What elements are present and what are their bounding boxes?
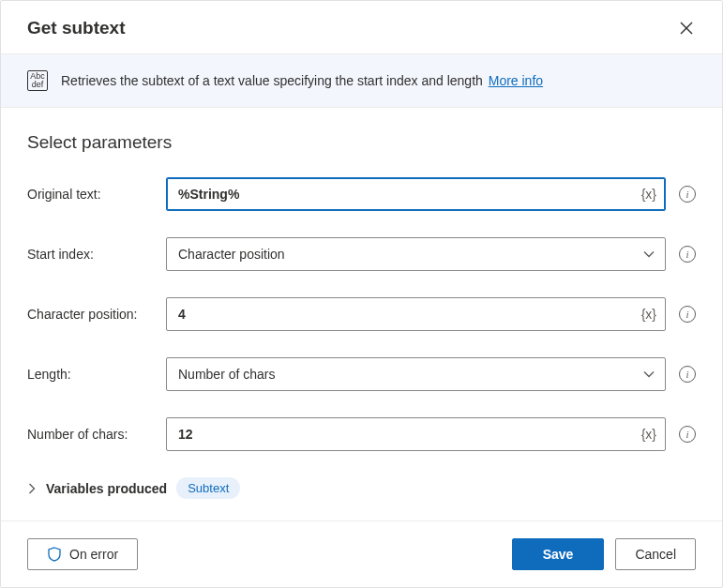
char-pos-input[interactable] <box>166 297 666 331</box>
info-banner: Abc def Retrieves the subtext of a text … <box>1 53 722 108</box>
variable-token-button[interactable]: {x} <box>641 307 656 322</box>
field-length: Number of chars <box>166 357 666 391</box>
variables-produced-label: Variables produced <box>46 481 167 496</box>
banner-text: Retrieves the subtext of a text value sp… <box>61 73 483 88</box>
variables-produced-row: Variables produced Subtext <box>27 477 696 499</box>
footer-actions: Save Cancel <box>512 538 696 570</box>
label-start-index: Start index: <box>27 247 158 262</box>
dialog-footer: On error Save Cancel <box>1 520 722 587</box>
variable-token-button[interactable]: {x} <box>641 187 656 202</box>
dialog-header: Get subtext <box>1 1 722 53</box>
save-button[interactable]: Save <box>512 538 605 570</box>
field-num-chars: {x} <box>166 417 666 451</box>
info-icon[interactable]: i <box>679 306 696 323</box>
section-title: Select parameters <box>27 132 696 153</box>
label-char-pos: Character position: <box>27 307 158 322</box>
label-num-chars: Number of chars: <box>27 427 158 442</box>
info-icon[interactable]: i <box>679 426 696 443</box>
num-chars-input[interactable] <box>166 417 666 451</box>
cancel-button[interactable]: Cancel <box>615 538 696 570</box>
length-select[interactable]: Number of chars <box>166 357 666 391</box>
row-char-pos: Character position: {x} i <box>27 297 696 331</box>
close-icon <box>680 22 693 35</box>
start-index-select[interactable]: Character position <box>166 237 666 271</box>
shield-icon <box>47 547 62 562</box>
banner-text-wrap: Retrieves the subtext of a text value sp… <box>61 73 543 88</box>
variable-chip-subtext[interactable]: Subtext <box>176 477 240 499</box>
abc-def-icon: Abc def <box>27 70 48 91</box>
more-info-link[interactable]: More info <box>489 73 543 88</box>
row-num-chars: Number of chars: {x} i <box>27 417 696 451</box>
close-button[interactable] <box>677 19 696 38</box>
info-icon[interactable]: i <box>679 186 696 203</box>
chevron-right-icon <box>28 483 36 494</box>
row-original-text: Original text: {x} i <box>27 177 696 211</box>
info-icon[interactable]: i <box>679 366 696 383</box>
field-original-text: {x} <box>166 177 666 211</box>
row-length: Length: Number of chars i <box>27 357 696 391</box>
original-text-input[interactable] <box>166 177 666 211</box>
row-start-index: Start index: Character position i <box>27 237 696 271</box>
label-length: Length: <box>27 367 158 382</box>
field-start-index: Character position <box>166 237 666 271</box>
expand-variables-button[interactable] <box>27 484 37 493</box>
dialog-body: Select parameters Original text: {x} i S… <box>1 108 722 520</box>
info-icon[interactable]: i <box>679 246 696 263</box>
variable-token-button[interactable]: {x} <box>641 427 656 442</box>
field-char-pos: {x} <box>166 297 666 331</box>
on-error-label: On error <box>69 547 118 562</box>
dialog-title: Get subtext <box>27 18 126 38</box>
on-error-button[interactable]: On error <box>27 538 138 570</box>
label-original-text: Original text: <box>27 187 158 202</box>
